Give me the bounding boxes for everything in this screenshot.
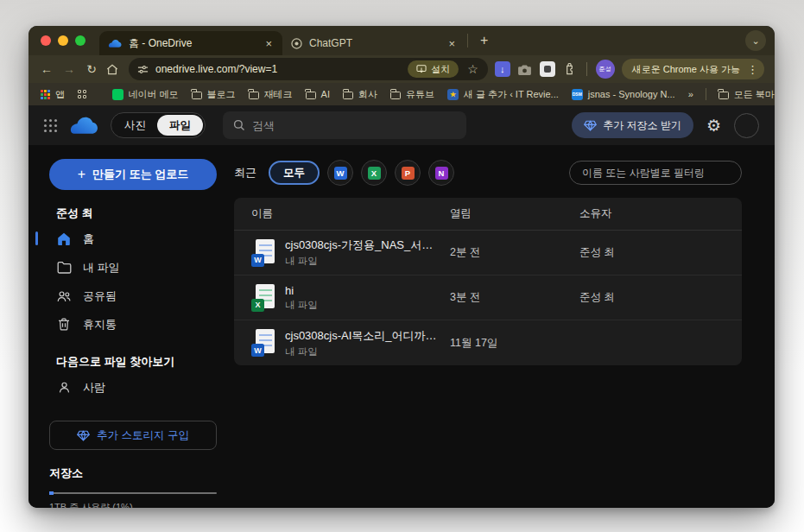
bookmark-folder-youtube[interactable]: 유튜브 [390, 88, 434, 101]
storage-progress-fill [49, 491, 54, 495]
filter-chip-excel[interactable]: X [361, 160, 387, 186]
zoom-window-button[interactable] [75, 35, 85, 46]
sidebar-item-label: 홈 [83, 231, 94, 247]
table-row[interactable]: W cjs0308cjs-가정용_NAS_서버_도대체_왜_... 내 파일 2… [234, 231, 742, 276]
search-box[interactable] [223, 111, 466, 139]
bookmark-it-review[interactable]: ★새 글 추가 ‹ IT Revie... [447, 88, 559, 101]
word-file-icon: W [251, 239, 275, 267]
extensions-puzzle-icon[interactable] [562, 61, 578, 77]
bookmark-label: 블로그 [207, 88, 236, 101]
word-file-icon: W [251, 329, 275, 357]
column-header-opened[interactable]: 열림 [450, 206, 579, 221]
back-button[interactable]: ← [39, 62, 54, 76]
folder-icon [249, 92, 259, 99]
tab-groups-icon[interactable] [78, 90, 86, 99]
table-header-row: 이름 열림 소유자 [234, 198, 742, 231]
pivot-files[interactable]: 파일 [157, 115, 203, 136]
new-tab-button[interactable]: + [470, 33, 498, 48]
site-settings-icon[interactable] [137, 64, 149, 75]
excel-file-icon: X [251, 284, 275, 312]
tab-title: 홈 - OneDrive [129, 36, 256, 51]
table-row[interactable]: X hi 내 파일 3분 전 준성 최 [234, 276, 742, 320]
downloader-extension-icon[interactable]: ↓ [495, 61, 510, 77]
sidebar-item-home[interactable]: 홈 [49, 225, 217, 253]
bookmark-folder-blog[interactable]: 블로그 [192, 88, 236, 101]
sidebar-item-recycle-bin[interactable]: 휴지통 [49, 310, 217, 339]
file-name[interactable]: hi [285, 284, 318, 297]
file-opened: 3분 전 [450, 290, 579, 305]
settings-gear-icon[interactable]: ⚙ [706, 117, 721, 134]
column-header-owner[interactable]: 소유자 [579, 206, 725, 221]
create-or-upload-button[interactable]: + 만들기 또는 업로드 [49, 159, 217, 190]
word-icon: W [334, 167, 347, 180]
file-location: 내 파일 [285, 345, 438, 358]
address-bar[interactable]: onedrive.live.com/?view=1 설치 ☆ [129, 58, 488, 80]
tab-close-icon[interactable]: × [446, 37, 457, 50]
browser-window: 홈 - OneDrive × ChatGPT × + ⌄ ← → ↻ onedr… [28, 26, 775, 508]
forward-button[interactable]: → [61, 62, 77, 76]
tab-close-icon[interactable]: × [263, 37, 274, 50]
tab-onedrive[interactable]: 홈 - OneDrive × [99, 31, 282, 55]
trash-icon [56, 318, 72, 331]
app-launcher-icon[interactable] [44, 119, 57, 132]
account-avatar[interactable] [734, 113, 759, 138]
file-name[interactable]: cjs0308cjs-가정용_NAS_서버_도대체_왜_... [285, 238, 438, 253]
all-bookmarks-button[interactable]: 모든 북마크 [719, 88, 775, 101]
bookmark-folder-ai[interactable]: AI [306, 89, 330, 99]
minimize-window-button[interactable] [58, 35, 68, 46]
browse-files-by-header: 다음으로 파일 찾아보기 [56, 354, 217, 370]
filter-chip-all[interactable]: 모두 [269, 161, 320, 185]
name-filter-input[interactable] [569, 161, 742, 185]
bookmark-synology-nas[interactable]: DSMjsnas - Synology N... [572, 89, 675, 100]
apps-label: 앱 [55, 88, 65, 101]
excel-icon: X [368, 167, 381, 180]
bookmarks-overflow-button[interactable]: » [688, 89, 693, 99]
bookmarks-divider [706, 88, 706, 100]
tab-chatgpt[interactable]: ChatGPT × [282, 31, 465, 55]
plus-icon: + [78, 167, 85, 182]
notes-extension-icon[interactable] [540, 61, 555, 77]
filter-chip-powerpoint[interactable]: P [395, 160, 421, 186]
onedrive-header: 사진 파일 추가 저장소 받기 ⚙ [28, 105, 775, 145]
recent-files-table: 이름 열림 소유자 W cjs0308cjs-가정용_NAS_서버_도대체_왜_… [234, 198, 742, 365]
file-name[interactable]: cjs0308cjs-AI목소리_어디까지_왔을까_한국... [285, 328, 438, 344]
install-label: 설치 [431, 63, 450, 76]
reload-button[interactable]: ↻ [84, 62, 99, 76]
bookmark-folder-company[interactable]: 회사 [343, 88, 377, 101]
sidebar-item-shared[interactable]: 공유됨 [49, 282, 217, 310]
sidebar-item-my-files[interactable]: 내 파일 [49, 253, 217, 282]
bookmark-folder-finance[interactable]: 재테크 [249, 88, 293, 101]
onenote-icon: N [435, 167, 448, 180]
bookmark-label: 새 글 추가 ‹ IT Revie... [464, 88, 559, 101]
bookmark-star-icon[interactable]: ☆ [465, 62, 484, 76]
install-app-button[interactable]: 설치 [408, 60, 459, 78]
file-opened: 2분 전 [450, 245, 579, 260]
onedrive-logo[interactable] [69, 117, 98, 135]
apps-shortcut[interactable]: 앱 [41, 88, 65, 101]
filter-chip-onenote[interactable]: N [428, 160, 454, 186]
tab-search-button[interactable]: ⌄ [745, 30, 766, 51]
browser-toolbar: ← → ↻ onedrive.live.com/?view=1 설치 ☆ ↓ 준… [28, 55, 775, 83]
bookmark-label: 유튜브 [406, 88, 434, 101]
sidebar-item-label: 휴지통 [83, 317, 117, 332]
column-header-name[interactable]: 이름 [251, 206, 450, 221]
get-more-storage-button[interactable]: 추가 저장소 받기 [572, 112, 693, 138]
bookmark-naver-memo[interactable]: 네이버 메모 [112, 88, 179, 101]
chrome-update-label: 새로운 Chrome 사용 가능 [632, 63, 740, 76]
search-input[interactable] [252, 119, 456, 132]
browser-menu-icon[interactable]: ⋮ [747, 63, 758, 76]
search-icon [233, 119, 245, 131]
profile-avatar[interactable]: 준성 [596, 60, 615, 79]
chrome-update-button[interactable]: 새로운 Chrome 사용 가능 ⋮ [622, 59, 764, 79]
filter-chip-word[interactable]: W [327, 160, 353, 186]
camera-extension-icon[interactable] [517, 61, 533, 77]
file-location: 내 파일 [285, 299, 318, 312]
folder-icon [192, 92, 202, 99]
tab-title: ChatGPT [309, 37, 440, 49]
home-button[interactable] [106, 64, 122, 75]
close-window-button[interactable] [41, 35, 51, 46]
sidebar-item-people[interactable]: 사람 [49, 373, 217, 402]
pivot-photos[interactable]: 사진 [113, 118, 157, 133]
buy-storage-button[interactable]: 추가 스토리지 구입 [49, 421, 217, 450]
table-row[interactable]: W cjs0308cjs-AI목소리_어디까지_왔을까_한국... 내 파일 1… [234, 320, 742, 365]
